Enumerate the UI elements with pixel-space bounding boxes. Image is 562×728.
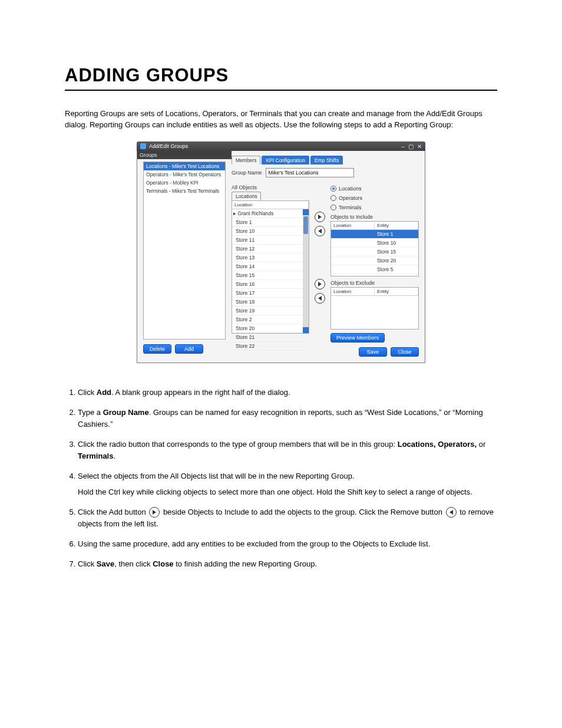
add-arrow-icon [149, 507, 160, 518]
step-6: Using the same procedure, add any entiti… [78, 538, 497, 550]
all-objects-label: All Objects [232, 185, 309, 190]
include-row[interactable]: Store 5 [331, 265, 418, 274]
remove-from-include-button[interactable] [315, 226, 325, 236]
dialog-title: Add/Edit Groups [149, 143, 188, 149]
group-name-input[interactable] [266, 168, 354, 177]
group-item[interactable]: Locations - Mike's Test Locations [144, 162, 225, 170]
remove-arrow-icon [446, 507, 457, 518]
list-item[interactable]: Store 14 [232, 262, 309, 271]
objects-include-label: Objects to Include [330, 214, 419, 220]
step-1: Click Add. A blank group appears in the … [78, 387, 497, 398]
radio-operators[interactable]: Operators [330, 195, 378, 201]
close-icon[interactable]: ✕ [417, 143, 422, 150]
group-name-label: Group Name [232, 170, 262, 176]
list-item[interactable]: Store 10 [232, 227, 309, 236]
include-row[interactable]: Store 20 [331, 256, 418, 265]
list-item[interactable]: Store 2 [232, 315, 309, 324]
list-item[interactable]: Store 13 [232, 253, 309, 262]
all-objects-list[interactable]: Location ▸ Grant Richlands Store 1 Store… [232, 200, 309, 334]
scrollbar[interactable] [303, 209, 309, 333]
list-item[interactable]: Store 17 [232, 289, 309, 298]
include-row[interactable]: Store 15 [331, 248, 418, 256]
group-item[interactable]: Terminals - Mike's Test Terminals [144, 187, 225, 195]
step-4: Select the objects from the All Objects … [78, 470, 497, 498]
step-2: Type a Group Name. Groups can be named f… [78, 407, 497, 430]
groups-listbox[interactable]: Locations - Mike's Test Locations Operat… [143, 162, 226, 340]
step-3: Click the radio button that corresponds … [78, 439, 497, 462]
app-icon [140, 143, 146, 149]
delete-button[interactable]: Delete [143, 344, 171, 354]
add-to-exclude-button[interactable] [315, 279, 325, 289]
include-row[interactable]: Store 10 [331, 239, 418, 248]
list-item[interactable]: Store 11 [232, 236, 309, 245]
title-rule [65, 90, 497, 91]
objects-include-list[interactable]: LocationEntity Store 1 Store 10 Store 15… [330, 221, 419, 276]
list-item[interactable]: Store 15 [232, 271, 309, 280]
include-row[interactable]: Store 1 [331, 230, 418, 239]
locations-subtab[interactable]: Locations [232, 192, 261, 200]
remove-from-exclude-button[interactable] [315, 293, 325, 304]
dialog-screenshot: Add/Edit Groups – ▢ ✕ Groups Locations -… [137, 141, 425, 363]
steps-list: Click Add. A blank group appears in the … [65, 387, 497, 571]
groups-label: Groups [137, 151, 232, 159]
radio-locations[interactable]: Locations [330, 186, 378, 192]
add-button[interactable]: Add [175, 344, 203, 354]
tab-shifts[interactable]: Emp Shifts [310, 156, 343, 164]
list-item[interactable]: Grant Richlands [237, 210, 273, 216]
tab-members[interactable]: Members [232, 156, 260, 164]
group-item[interactable]: Operators - Mobley KPI [144, 179, 225, 187]
list-item[interactable]: Store 18 [232, 298, 309, 307]
list-item[interactable]: Store 16 [232, 280, 309, 289]
objects-exclude-list[interactable]: LocationEntity [330, 287, 419, 330]
dialog-titlebar: Add/Edit Groups – ▢ ✕ [137, 141, 425, 151]
group-item[interactable]: Operators - Mike's Test Operators [144, 170, 225, 179]
step-7: Click Save, then click Close to finish a… [78, 558, 497, 570]
tab-kpi[interactable]: KPI Configuration [262, 156, 309, 164]
list-item[interactable]: Store 19 [232, 307, 309, 315]
col-location: Location [232, 201, 309, 209]
objects-exclude-label: Objects to Exclude [330, 280, 419, 286]
minimize-icon[interactable]: – [401, 143, 405, 150]
step-5: Click the Add button beside Objects to I… [78, 506, 497, 530]
list-item[interactable]: Store 1 [232, 218, 309, 227]
intro-text: Reporting Groups are sets of Locations, … [65, 108, 497, 131]
list-item[interactable]: Store 12 [232, 245, 309, 253]
add-to-include-button[interactable] [315, 212, 325, 222]
preview-members-button[interactable]: Preview Members [330, 333, 385, 342]
maximize-icon[interactable]: ▢ [408, 143, 414, 150]
page-title: ADDING GROUPS [65, 65, 497, 86]
list-item[interactable]: Store 22 [232, 342, 309, 351]
save-button[interactable]: Save [359, 347, 387, 357]
list-item[interactable]: Store 21 [232, 333, 309, 342]
radio-terminals[interactable]: Terminals [330, 205, 378, 210]
close-button[interactable]: Close [391, 347, 419, 357]
list-item[interactable]: Store 20 [232, 324, 309, 333]
